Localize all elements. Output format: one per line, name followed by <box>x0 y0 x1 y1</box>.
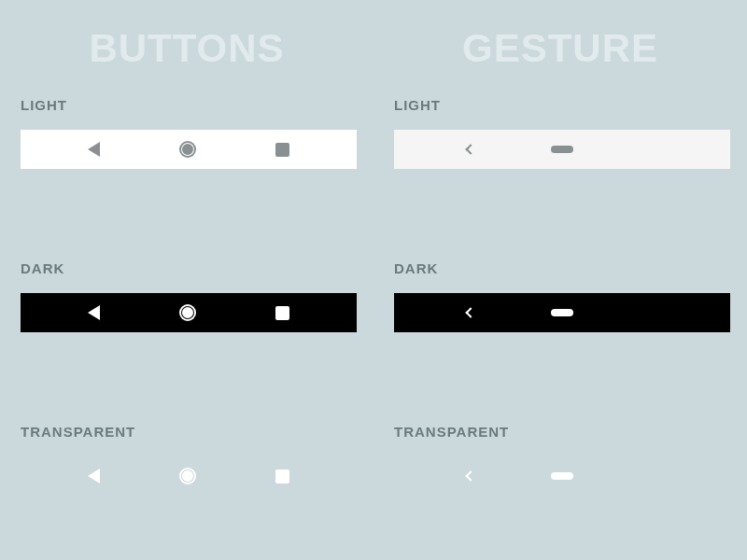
navbar-buttons-transparent <box>21 456 357 496</box>
light-label: LIGHT <box>394 97 726 113</box>
back-triangle-icon[interactable] <box>88 142 100 157</box>
buttons-dark-block: DARK <box>21 244 353 332</box>
home-circle-icon[interactable] <box>179 468 196 484</box>
gesture-title: GESTURE <box>394 26 726 71</box>
home-circle-icon[interactable] <box>179 141 196 158</box>
home-pill-icon[interactable] <box>551 309 573 316</box>
navbar-buttons-light <box>21 130 357 169</box>
overview-square-icon[interactable] <box>275 469 289 483</box>
gesture-dark-block: DARK <box>394 244 726 332</box>
home-pill-icon[interactable] <box>551 146 573 153</box>
buttons-light-block: LIGHT <box>21 80 353 169</box>
gesture-transparent-block: TRANSPARENT <box>394 407 726 496</box>
back-triangle-icon[interactable] <box>88 305 100 320</box>
home-circle-icon[interactable] <box>179 304 196 321</box>
overview-square-icon[interactable] <box>275 143 289 157</box>
home-pill-icon[interactable] <box>551 472 573 480</box>
dark-label: DARK <box>394 260 726 276</box>
light-label: LIGHT <box>21 97 353 113</box>
navbar-gesture-light <box>394 130 730 169</box>
navbar-buttons-dark <box>21 293 357 332</box>
dark-label: DARK <box>21 260 353 276</box>
transparent-label: TRANSPARENT <box>21 424 353 440</box>
transparent-label: TRANSPARENT <box>394 424 726 440</box>
gesture-light-block: LIGHT <box>394 80 726 169</box>
navbar-gesture-transparent <box>394 456 730 496</box>
gesture-column: GESTURE LIGHT DARK TRANSPARENT <box>374 0 747 560</box>
buttons-column: BUTTONS LIGHT DARK TRANSPARENT <box>0 0 374 560</box>
buttons-title: BUTTONS <box>21 26 353 71</box>
back-triangle-icon[interactable] <box>88 469 100 483</box>
buttons-transparent-block: TRANSPARENT <box>21 407 353 496</box>
overview-square-icon[interactable] <box>275 306 289 320</box>
navbar-gesture-dark <box>394 293 730 332</box>
